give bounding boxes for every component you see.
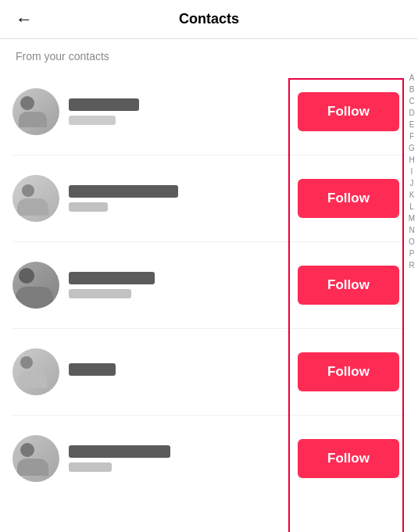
contact-sub [69, 462, 112, 472]
alpha-o[interactable]: O [409, 236, 415, 248]
alpha-l[interactable]: L [409, 201, 414, 212]
list-item: Follow [0, 69, 418, 155]
alpha-n[interactable]: N [409, 224, 414, 236]
alpha-a[interactable]: A [409, 72, 415, 84]
contacts-list: Follow Follow [0, 69, 418, 502]
contact-sub [69, 202, 108, 212]
page-title: Contacts [179, 11, 239, 27]
avatar [13, 348, 59, 395]
alpha-r[interactable]: R [409, 259, 414, 271]
avatar [13, 175, 59, 222]
follow-button[interactable]: Follow [298, 352, 399, 391]
follow-button[interactable]: Follow [298, 266, 399, 305]
alpha-f[interactable]: F [409, 130, 414, 142]
alpha-m[interactable]: M [409, 212, 415, 224]
alpha-index[interactable]: A B C D E F G H I J K L M N O P R [405, 69, 418, 271]
list-item: Follow [0, 242, 418, 328]
alpha-j[interactable]: J [410, 177, 414, 189]
avatar [13, 88, 59, 135]
avatar [13, 262, 59, 309]
alpha-b[interactable]: B [409, 84, 415, 95]
follow-button[interactable]: Follow [298, 92, 399, 131]
back-icon: ← [16, 9, 33, 29]
alpha-e[interactable]: E [409, 119, 415, 130]
list-item: Follow [0, 155, 418, 241]
follow-button[interactable]: Follow [298, 439, 399, 478]
alpha-d[interactable]: D [409, 107, 414, 119]
contact-name [69, 363, 116, 376]
contact-name [69, 272, 155, 284]
contact-name [69, 98, 139, 111]
back-button[interactable]: ← [13, 6, 36, 33]
list-item: Follow [0, 416, 418, 502]
alpha-p[interactable]: P [409, 248, 415, 259]
section-label: From your contacts [0, 39, 418, 69]
avatar [13, 435, 59, 482]
contact-name [69, 185, 178, 198]
follow-button[interactable]: Follow [298, 179, 399, 218]
contact-sub [69, 116, 116, 125]
alpha-h[interactable]: H [409, 154, 414, 166]
header: ← Contacts [0, 0, 418, 39]
list-item: Follow [0, 329, 418, 415]
alpha-g[interactable]: G [409, 142, 415, 154]
alpha-i[interactable]: I [411, 166, 413, 177]
alpha-c[interactable]: C [409, 95, 414, 107]
alpha-k[interactable]: K [409, 189, 415, 201]
contact-name [69, 445, 170, 458]
contact-sub [69, 289, 131, 298]
